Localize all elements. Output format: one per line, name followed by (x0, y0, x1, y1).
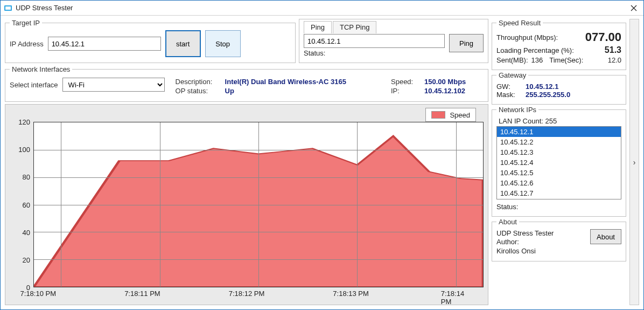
chart: Speed 020406080100120 7:18:10 PM7:18:11 … (5, 104, 488, 305)
lan-ip-list[interactable]: 10.45.12.110.45.12.210.45.12.310.45.12.4… (496, 126, 621, 199)
about-line3: Kirollos Onsi (496, 247, 554, 256)
list-item[interactable]: 10.45.12.4 (497, 157, 621, 168)
ip-address-label: IP Address (10, 40, 44, 48)
desc-label: Description: (176, 78, 221, 86)
about-group: About UDP Stress Tester Author: Kirollos… (492, 218, 626, 261)
loading-value: 51.3 (605, 45, 621, 55)
op-label: OP status: (176, 87, 221, 95)
list-item[interactable]: 10.45.12.3 (497, 147, 621, 157)
ping-ip-input[interactable] (304, 34, 445, 48)
gw-value: 10.45.12.1 (526, 82, 558, 91)
target-legend: Target IP (10, 19, 42, 27)
speed-label: Speed: (391, 78, 420, 86)
svg-rect-1 (5, 6, 11, 10)
chevron-right-icon: › (633, 158, 636, 167)
window-title: UDP Stress Tester (16, 4, 627, 12)
titlebar: UDP Stress Tester (1, 1, 643, 16)
lan-legend: Network IPs (496, 106, 538, 114)
speed-result-group: Speed Result Throughput (Mbps): 077.00 L… (492, 19, 626, 70)
side-scrollbar[interactable]: › (629, 19, 639, 305)
list-item[interactable]: 10.45.12.8 (497, 198, 621, 199)
tab-ping[interactable]: Ping (304, 21, 332, 33)
x-tick: 7:18:10 PM (20, 290, 57, 298)
throughput-value: 077.00 (585, 30, 621, 44)
interface-details: Description: Intel(R) Dual Band Wireless… (176, 78, 484, 96)
ping-status-label: Status: (304, 49, 445, 57)
right-column: Speed Result Throughput (Mbps): 077.00 L… (492, 19, 626, 305)
lan-status-label: Status: (496, 203, 621, 211)
stop-button[interactable]: Stop (205, 30, 241, 57)
about-button[interactable]: About (590, 229, 621, 244)
mask-value: 255.255.255.0 (526, 91, 570, 99)
list-item[interactable]: 10.45.12.1 (497, 127, 621, 137)
y-tick: 120 (18, 118, 30, 126)
left-column: Target IP IP Address start Stop Ping TCP… (5, 19, 488, 305)
select-interface-label: Select interface (10, 81, 58, 89)
interface-select[interactable]: Wi-Fi (62, 78, 165, 92)
lan-count-label: LAN IP Count: 255 (499, 117, 621, 125)
y-tick: 100 (18, 146, 30, 154)
network-interfaces-group: Network Interfaces Select interface Wi-F… (5, 65, 488, 102)
about-line2: Author: (496, 238, 554, 246)
mask-label: Mask: (496, 91, 521, 99)
gateway-legend: Gateway (496, 71, 528, 79)
start-button[interactable]: start (165, 30, 201, 57)
network-ips-group: Network IPs LAN IP Count: 255 10.45.12.1… (492, 106, 626, 217)
x-tick: 7:18:13 PM (333, 290, 369, 298)
x-tick: 7:18:12 PM (229, 290, 265, 298)
throughput-label: Throughput (Mbps): (496, 33, 558, 42)
chart-x-axis: 7:18:10 PM7:18:11 PM7:18:12 PM7:18:13 PM… (10, 287, 484, 302)
speed-value: 150.00 Mbps (424, 78, 484, 86)
ping-tabs: Ping TCP Ping (304, 20, 484, 33)
content: Target IP IP Address start Stop Ping TCP… (1, 16, 643, 309)
list-item[interactable]: 10.45.12.5 (497, 168, 621, 178)
tab-tcp-ping[interactable]: TCP Ping (333, 21, 376, 33)
desc-value: Intel(R) Dual Band Wireless-AC 3165 (225, 78, 387, 86)
y-tick: 80 (23, 173, 30, 181)
list-item[interactable]: 10.45.12.2 (497, 137, 621, 147)
top-row: Target IP IP Address start Stop Ping TCP… (5, 19, 488, 63)
op-value: Up (225, 87, 387, 95)
about-legend: About (496, 218, 519, 226)
ifaces-legend: Network Interfaces (10, 65, 72, 73)
x-tick: 7:18:11 PM (124, 290, 160, 298)
about-line1: UDP Stress Tester (496, 229, 554, 238)
app-window: UDP Stress Tester Target IP IP Address s… (0, 0, 644, 310)
sent-value: 136 (531, 56, 543, 64)
gw-label: GW: (496, 82, 521, 91)
list-item[interactable]: 10.45.12.6 (497, 178, 621, 188)
chart-plot-area (33, 122, 484, 287)
time-label: Time(Sec): (549, 56, 583, 64)
speed-legend: Speed Result (496, 19, 543, 27)
loading-label: Loading Percentage (%): (496, 46, 574, 54)
sent-label: Sent(MB): (496, 56, 528, 64)
target-ip-group: Target IP IP Address start Stop (5, 19, 296, 63)
ip-label: IP: (391, 87, 420, 95)
time-value: 12.0 (608, 56, 621, 64)
ping-button[interactable]: Ping (449, 34, 484, 52)
legend-swatch (431, 111, 445, 119)
chart-legend: Speed (425, 108, 476, 122)
ping-group: Ping TCP Ping Status: Ping (299, 19, 488, 63)
close-icon[interactable] (627, 2, 640, 15)
ip-address-input[interactable] (48, 37, 161, 51)
y-tick: 60 (23, 201, 30, 209)
chart-y-axis: 020406080100120 (10, 122, 33, 287)
ip-value: 10.45.12.102 (424, 87, 484, 95)
y-tick: 20 (23, 256, 30, 264)
list-item[interactable]: 10.45.12.7 (497, 188, 621, 198)
legend-label: Speed (450, 111, 470, 119)
y-tick: 40 (23, 228, 30, 236)
app-icon (4, 4, 12, 12)
gateway-group: Gateway GW:10.45.12.1 Mask:255.255.255.0 (492, 71, 626, 105)
x-tick: 7:18:14 PM (441, 290, 470, 306)
